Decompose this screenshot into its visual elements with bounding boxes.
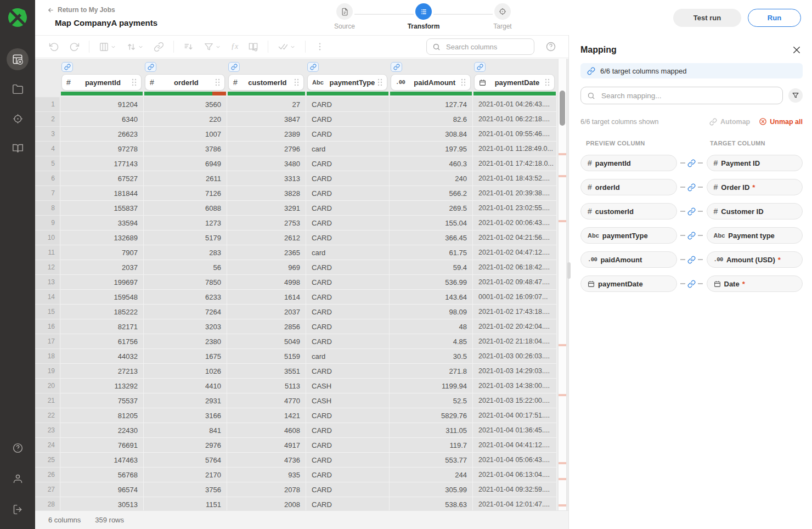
table-cell[interactable]: 1614	[227, 290, 306, 305]
table-cell[interactable]: 2021-01-01 09:55:46....	[473, 127, 557, 142]
column-mapped-badge[interactable]	[145, 62, 156, 72]
table-cell[interactable]: 155837	[60, 201, 144, 216]
table-cell[interactable]: 4.85	[390, 334, 473, 349]
table-cell[interactable]: 27	[227, 97, 306, 112]
table-cell[interactable]: CARD	[306, 305, 390, 319]
table-cell[interactable]: 22430	[60, 423, 144, 438]
scrollbar-thumb[interactable]	[560, 91, 565, 126]
sidebar-item-data-grid[interactable]	[7, 48, 29, 70]
table-cell[interactable]: 3480	[227, 156, 306, 171]
table-cell[interactable]: 2856	[227, 319, 306, 334]
table-cell[interactable]: CARD	[306, 230, 390, 245]
table-cell[interactable]: 2389	[227, 127, 306, 142]
column-mapped-badge[interactable]	[474, 62, 486, 72]
run-button[interactable]: Run	[748, 9, 801, 27]
table-cell[interactable]: 2021-01-03 14:29:03....	[473, 364, 557, 379]
table-cell[interactable]: 3203	[144, 319, 227, 334]
table-cell[interactable]: 7850	[144, 275, 227, 290]
column-mapped-badge[interactable]	[307, 62, 319, 72]
table-cell[interactable]: 2021-01-02 00:06:43....	[473, 216, 557, 230]
table-cell[interactable]: 841	[144, 423, 227, 438]
table-cell[interactable]: 2037	[227, 305, 306, 319]
table-cell[interactable]: 98.09	[390, 305, 473, 319]
mapping-preview-pill[interactable]: .00paidAmount	[580, 251, 677, 268]
table-cell[interactable]: 3756	[144, 482, 227, 497]
table-cell[interactable]: 4917	[227, 438, 306, 453]
search-columns-input[interactable]	[445, 42, 528, 52]
table-cell[interactable]: 2796	[227, 142, 306, 156]
sort-rows-button[interactable]	[183, 42, 194, 52]
mapping-link[interactable]	[677, 256, 707, 264]
column-mapped-badge[interactable]	[228, 62, 240, 72]
table-cell[interactable]: 75537	[60, 393, 144, 408]
table-cell[interactable]: 5159	[227, 349, 306, 364]
table-cell[interactable]: 2021-01-02 04:47:12....	[473, 245, 557, 260]
table-cell[interactable]: 67527	[60, 171, 144, 186]
column-header-customerId[interactable]: #customerId	[228, 74, 304, 91]
table-cell[interactable]: 81205	[60, 408, 144, 423]
column-mapped-badge[interactable]	[391, 62, 402, 72]
table-cell[interactable]: CARD	[306, 423, 390, 438]
table-cell[interactable]: CARD	[306, 112, 390, 127]
table-cell[interactable]: card	[306, 349, 390, 364]
table-cell[interactable]: 2976	[144, 438, 227, 453]
mapping-target-pill[interactable]: Date*	[707, 275, 803, 292]
mapping-link[interactable]	[677, 280, 707, 288]
table-cell[interactable]: CARD	[306, 260, 390, 275]
mapping-target-pill[interactable]: #Customer ID	[707, 203, 803, 220]
more-actions-button[interactable]	[315, 42, 325, 52]
table-cell[interactable]: 2037	[60, 260, 144, 275]
search-mapping-input[interactable]	[600, 91, 776, 100]
table-cell[interactable]: 4770	[227, 393, 306, 408]
mapping-preview-pill[interactable]: #orderId	[580, 179, 677, 195]
sidebar-item-guides[interactable]	[7, 137, 29, 159]
panel-resize-handle[interactable]	[567, 262, 571, 279]
table-cell[interactable]: 61.75	[390, 245, 473, 260]
column-header-orderId[interactable]: #orderId	[145, 74, 225, 91]
redo-button[interactable]	[69, 42, 80, 52]
table-cell[interactable]: 44032	[60, 349, 144, 364]
join-columns-button[interactable]	[154, 42, 164, 52]
table-cell[interactable]: 2021-01-04 05:06:43....	[473, 453, 557, 468]
hide-columns-button[interactable]	[99, 42, 116, 52]
table-cell[interactable]: 366.45	[390, 230, 473, 245]
table-cell[interactable]: 159548	[60, 290, 144, 305]
table-cell[interactable]: 3551	[227, 364, 306, 379]
column-header-paymentType[interactable]: AbcpaymentType	[307, 74, 387, 91]
sidebar-item-help[interactable]	[7, 437, 29, 459]
table-cell[interactable]: 7907	[60, 245, 144, 260]
back-link[interactable]: Return to My Jobs	[47, 6, 115, 14]
table-cell[interactable]: 2021-01-04 12:01:47....	[473, 497, 557, 510]
close-icon[interactable]	[791, 44, 803, 56]
table-cell[interactable]: card	[306, 245, 390, 260]
mapping-preview-pill[interactable]: #paymentId	[580, 155, 677, 171]
table-cell[interactable]: 3313	[227, 171, 306, 186]
table-cell[interactable]: 3291	[227, 201, 306, 216]
table-cell[interactable]: 155.04	[390, 216, 473, 230]
table-cell[interactable]: 56768	[60, 468, 144, 482]
table-cell[interactable]: 113292	[60, 379, 144, 393]
automap-button[interactable]: Automap	[709, 118, 750, 126]
table-cell[interactable]: CARD	[306, 438, 390, 453]
column-header-paidAmount[interactable]: .00paidAmount	[391, 74, 471, 91]
table-cell[interactable]: 4998	[227, 275, 306, 290]
table-cell[interactable]: 935	[227, 468, 306, 482]
table-cell[interactable]: 3560	[144, 97, 227, 112]
table-cell[interactable]: 48	[390, 319, 473, 334]
table-cell[interactable]: 2365	[227, 245, 306, 260]
table-cell[interactable]: 4608	[227, 423, 306, 438]
table-cell[interactable]: CARD	[306, 127, 390, 142]
table-cell[interactable]: 82.6	[390, 112, 473, 127]
table-cell[interactable]: 538.63	[390, 497, 473, 510]
table-cell[interactable]: 2021-01-02 17:43:18....	[473, 305, 557, 319]
table-cell[interactable]: 119.7	[390, 438, 473, 453]
table-cell[interactable]: 220	[144, 112, 227, 127]
table-cell[interactable]: 96574	[60, 482, 144, 497]
sort-columns-button[interactable]	[126, 42, 144, 52]
table-cell[interactable]: 1421	[227, 408, 306, 423]
table-cell[interactable]: CARD	[306, 408, 390, 423]
table-cell[interactable]: CARD	[306, 290, 390, 305]
drag-handle-icon[interactable]	[132, 78, 137, 86]
table-cell[interactable]: CARD	[306, 364, 390, 379]
table-cell[interactable]: 2021-01-01 18:43:52....	[473, 171, 557, 186]
